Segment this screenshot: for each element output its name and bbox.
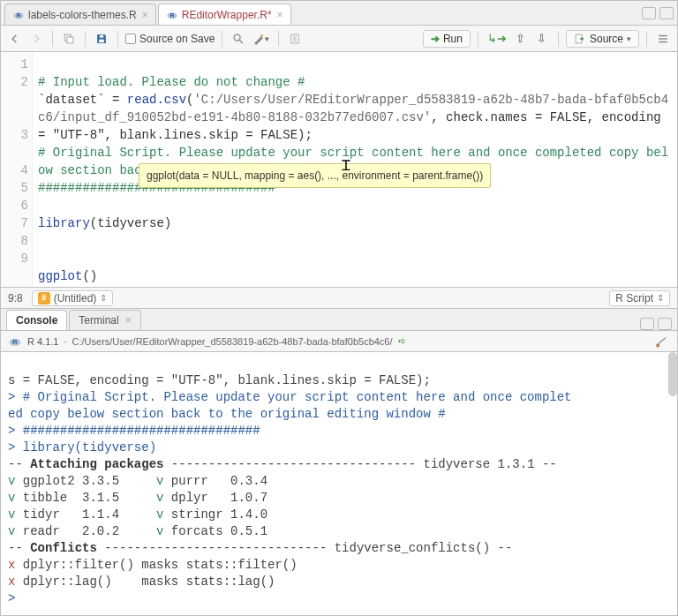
close-icon[interactable]: × [142, 9, 148, 21]
console-pkg: readr 2.0.2 [23, 524, 119, 538]
console-pkg: dplyr 1.0.7 [171, 491, 267, 505]
terminal-tab[interactable]: Terminal × [69, 310, 141, 330]
console-pkg: stringr 1.4.0 [171, 507, 267, 522]
minimize-pane-button[interactable] [640, 318, 654, 330]
line-number-gutter: 1 2 3 ▾4 5 6 7 8 9 [1, 52, 33, 287]
console-tab-bar: Console Terminal × [1, 308, 677, 331]
line-number [4, 144, 28, 162]
section-selector[interactable]: # (Untitled) ⇕ [32, 290, 114, 306]
file-type-label: R Script [615, 292, 653, 304]
source-label: Source [590, 33, 623, 45]
go-down-button[interactable]: ⇩ [533, 30, 551, 48]
find-button[interactable] [230, 30, 247, 48]
console-line: library(tidyverse) [23, 440, 156, 454]
clear-console-button[interactable] [652, 333, 670, 350]
source-on-save-label: Source on Save [139, 33, 215, 45]
section-icon: # [38, 292, 50, 304]
console-attaching-header: Attaching packages [30, 457, 163, 471]
console-pkg: tibble 3.1.5 [23, 491, 119, 505]
code-ident: `dataset` [38, 93, 105, 107]
working-directory[interactable]: C:/Users/User/REditorWrapper_d5583819-a6… [72, 336, 393, 347]
show-in-new-window-button[interactable] [60, 30, 78, 48]
svg-rect-6 [99, 39, 104, 42]
r-logo-icon: R [8, 334, 22, 349]
console-line: s = FALSE, encoding = "UTF-8", blank.lin… [8, 373, 431, 387]
line-number-val: 4 [21, 163, 28, 177]
r-file-icon: R [166, 9, 178, 21]
svg-text:R: R [16, 11, 20, 18]
editor-tab-bar: R labels-colors-themes.R × R REditorWrap… [1, 1, 677, 26]
r-file-icon: R [12, 9, 25, 21]
console-pkg: forcats 0.5.1 [171, 524, 267, 538]
forward-button[interactable] [27, 30, 45, 48]
code-tools-button[interactable]: ▾ [251, 30, 271, 48]
save-button[interactable] [93, 30, 110, 48]
file-type-selector[interactable]: R Script ⇕ [609, 290, 670, 306]
console-pkg: ggplot2 3.3.5 [23, 474, 119, 488]
line-number: 5 [4, 179, 28, 197]
maximize-pane-button[interactable] [658, 318, 672, 330]
line-number: 2 [4, 73, 28, 91]
console-tidyverse-version: tidyverse 1.3.1 -- [416, 457, 557, 471]
code-text[interactable]: # Input load. Please do not change # `da… [33, 52, 677, 287]
rerun-button[interactable]: ↳➔ [486, 30, 508, 48]
line-number [4, 109, 28, 126]
section-label: (Untitled) [54, 292, 97, 304]
run-button[interactable]: ➔ Run [423, 30, 471, 48]
terminal-tab-label: Terminal [79, 314, 118, 327]
editor-toolbar: Source on Save ▾ ➔ Run ↳➔ ⇧ ⇩ Source ▾ [1, 26, 677, 52]
svg-rect-21 [656, 343, 659, 347]
line-number: 6 [4, 197, 28, 214]
scrollbar-thumb[interactable] [668, 352, 677, 396]
console-line: # Original Script. Please update your sc… [23, 390, 572, 404]
cursor-position: 9:8 [8, 292, 23, 304]
close-icon[interactable]: × [125, 314, 132, 327]
updown-icon: ⇕ [100, 293, 107, 303]
source-editor[interactable]: 1 2 3 ▾4 5 6 7 8 9 # Input load. Please … [1, 52, 677, 287]
line-number [4, 91, 28, 109]
code-args: () [82, 269, 97, 283]
chevron-down-icon: ▾ [627, 34, 631, 43]
go-up-button[interactable]: ⇧ [512, 30, 530, 48]
minimize-pane-button[interactable] [642, 7, 656, 19]
console-info-bar: R R 4.1.1 · C:/Users/User/REditorWrapper… [1, 331, 677, 352]
line-number: 7 [4, 214, 28, 232]
line-number: 3 [4, 126, 28, 144]
text-caret-icon: Ꮖ [342, 157, 351, 175]
maximize-pane-button[interactable] [659, 7, 674, 19]
console-conflicts-tail: tidyverse_conflicts() -- [327, 541, 512, 555]
source-button[interactable]: Source ▾ [566, 30, 639, 48]
console-output[interactable]: s = FALSE, encoding = "UTF-8", blank.lin… [1, 352, 677, 615]
console-pkg: purrr 0.3.4 [171, 474, 267, 488]
run-label: Run [443, 33, 463, 45]
console-conflict: dplyr::lag() masks stats::lag() [23, 575, 275, 589]
editor-pane: 1 2 3 ▾4 5 6 7 8 9 # Input load. Please … [1, 52, 677, 308]
svg-point-10 [260, 34, 263, 37]
source-on-save-toggle[interactable]: Source on Save [125, 33, 215, 45]
outline-button[interactable] [654, 30, 672, 48]
line-number: 8 [4, 232, 28, 250]
svg-rect-7 [100, 34, 103, 37]
console-tab[interactable]: Console [6, 310, 67, 330]
line-number: 9 [4, 250, 28, 267]
console-conflict: dplyr::filter() masks stats::filter() [23, 558, 298, 572]
console-conflicts-header: Conflicts [30, 541, 97, 555]
compile-report-button[interactable] [286, 30, 304, 48]
run-arrow-icon: ➔ [431, 33, 440, 45]
r-version: R 4.1.1 [27, 336, 58, 347]
close-icon[interactable]: × [277, 9, 283, 21]
svg-point-8 [234, 34, 240, 41]
editor-tab-label: REditorWrapper.R* [182, 9, 272, 21]
back-button[interactable] [6, 30, 24, 48]
editor-tab[interactable]: R REditorWrapper.R* × [158, 4, 291, 25]
checkbox-icon [125, 34, 136, 44]
editor-tab[interactable]: R labels-colors-themes.R × [4, 4, 156, 25]
svg-line-9 [240, 40, 244, 43]
line-number: ▾4 [4, 162, 28, 179]
signature-tooltip: ggplot(data = NULL, mapping = aes(), ...… [139, 163, 491, 188]
editor-status-bar: 9:8 # (Untitled) ⇕ R Script ⇕ [1, 287, 677, 308]
svg-text:R: R [12, 338, 18, 346]
code-func: ggplot [38, 269, 82, 283]
console-prompt[interactable]: > [8, 591, 23, 605]
go-to-dir-icon[interactable]: ➪ [398, 335, 406, 347]
